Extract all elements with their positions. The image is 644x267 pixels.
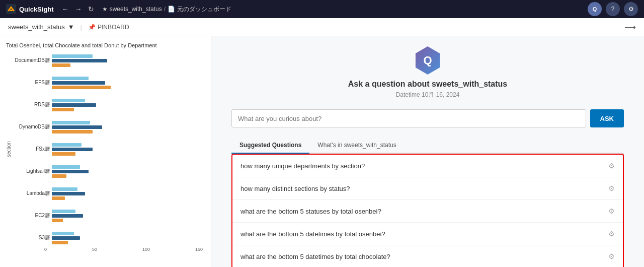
bar-label: EC2層: [14, 212, 50, 219]
bar-osenbei: [52, 77, 89, 80]
question-item[interactable]: how many distinct sections by status? ⚙: [232, 177, 623, 200]
bar-group: [52, 77, 205, 89]
bar-donut: [52, 86, 111, 89]
bar-osenbei: [52, 54, 93, 58]
breadcrumb: ★ sweets_with_status / 📄 元のダッシュボード: [102, 5, 231, 14]
bar-group: [52, 54, 205, 67]
chart-row: DocumentDB層: [14, 53, 205, 68]
svg-rect-1: [10, 10, 13, 11]
bar-osenbei: [52, 232, 74, 235]
chart-title: Total Osenbei, total Chocolate and total…: [6, 42, 205, 48]
bar-donut: [52, 63, 70, 67]
question-text: what are the bottom 5 statuses by total …: [240, 208, 381, 215]
bar-label: Lambda層: [14, 190, 50, 197]
dataset-title[interactable]: sweets_with_status ▼: [8, 23, 74, 31]
ask-button[interactable]: ASK: [590, 109, 624, 127]
breadcrumb-star: ★: [102, 6, 108, 13]
chart-row: RDS層: [14, 98, 205, 112]
question-action-icon: ⚙: [608, 184, 615, 192]
question-action-icon: ⚙: [608, 252, 615, 260]
question-item[interactable]: what are the bottom 5 datetimes by total…: [232, 245, 623, 267]
chart-row: Lambda層: [14, 186, 205, 201]
qa-icon: Q: [414, 46, 442, 75]
question-action-icon: ⚙: [608, 162, 615, 170]
x-axis-label: 0: [44, 247, 47, 252]
subbar-divider: |: [80, 23, 82, 31]
breadcrumb-icon: 📄: [168, 6, 175, 13]
app-name: QuickSight: [19, 6, 54, 13]
main-layout: Total Osenbei, total Chocolate and total…: [0, 36, 644, 267]
bar-label: DynamoDB層: [14, 123, 50, 130]
bar-choco: [52, 81, 105, 85]
bar-group: [52, 232, 205, 244]
search-input[interactable]: [231, 109, 586, 127]
bar-label: S3層: [14, 234, 50, 241]
expand-button[interactable]: ⟶: [624, 22, 636, 32]
nav-back[interactable]: ←: [60, 4, 71, 14]
pinboard-label: PINBOARD: [98, 24, 129, 31]
chart-row: DynamoDB層: [14, 120, 205, 134]
breadcrumb-separator1: /: [164, 6, 166, 13]
bar-label: DocumentDB層: [14, 57, 50, 64]
bar-choco: [52, 236, 80, 240]
dropdown-icon: ▼: [68, 23, 74, 31]
app-logo: QuickSight: [6, 4, 54, 14]
chart-row: Lightsail層: [14, 164, 205, 178]
topbar-icons: Q ? ⚙: [588, 2, 638, 16]
chart-row: EC2層: [14, 209, 205, 223]
bar-donut: [52, 108, 74, 111]
help-icon[interactable]: ?: [606, 2, 620, 16]
question-item[interactable]: what are the bottom 5 statuses by total …: [232, 200, 623, 223]
question-item[interactable]: what are the bottom 5 datetimes by total…: [232, 223, 623, 245]
bar-donut: [52, 152, 75, 156]
bar-group: [52, 121, 205, 134]
dataset-name: sweets_with_status: [8, 23, 65, 31]
qa-title: Ask a question about sweets_with_status: [348, 80, 508, 89]
chart-row: EFS層: [14, 76, 205, 90]
bar-donut: [52, 130, 93, 134]
chart-body: DocumentDB層 EFS層 RDS層 DynamoDB層 FSx層: [14, 53, 205, 245]
nav-forward[interactable]: →: [73, 4, 84, 14]
question-text: how many distinct sections by status?: [240, 185, 350, 192]
bar-donut: [52, 174, 66, 178]
question-item[interactable]: how many unique departments by section? …: [232, 155, 623, 177]
bar-label: RDS層: [14, 101, 50, 108]
user-icon[interactable]: Q: [588, 2, 602, 16]
qa-subtitle: Datetime 10月 16, 2024: [396, 91, 460, 99]
qa-header: Q Ask a question about sweets_with_statu…: [231, 46, 624, 99]
bar-group: [52, 187, 205, 200]
bar-label: EFS層: [14, 79, 50, 86]
search-row: ASK: [231, 109, 624, 127]
qa-icon-letter: Q: [423, 54, 432, 67]
question-action-icon: ⚙: [608, 207, 615, 215]
bar-choco: [52, 170, 89, 173]
bar-osenbei: [52, 99, 85, 102]
bar-label: FSx層: [14, 146, 50, 153]
bar-osenbei: [52, 121, 90, 124]
bar-label: Lightsail層: [14, 168, 50, 175]
x-axis: 050100150: [44, 247, 205, 252]
x-axis-label: 150: [195, 247, 203, 252]
bar-osenbei: [52, 187, 77, 191]
breadcrumb-part1[interactable]: sweets_with_status: [110, 6, 162, 13]
bar-osenbei: [52, 143, 82, 147]
bar-group: [52, 210, 205, 222]
tab-whats[interactable]: What's in sweets_with_status: [309, 138, 404, 154]
tab-suggested[interactable]: Suggested Questions: [231, 138, 309, 154]
pinboard-link[interactable]: 📌 PINBOARD: [88, 24, 129, 31]
nav-refresh[interactable]: ↻: [86, 4, 96, 14]
bar-group: [52, 99, 205, 111]
chart-panel: Total Osenbei, total Chocolate and total…: [0, 36, 211, 267]
bar-choco: [52, 148, 93, 151]
qa-panel: Q Ask a question about sweets_with_statu…: [211, 36, 644, 267]
chart-area: section DocumentDB層 EFS層 RDS層 DynamoDB層: [6, 53, 205, 245]
question-action-icon: ⚙: [608, 230, 615, 238]
bar-choco: [52, 125, 102, 129]
breadcrumb-part2[interactable]: 元のダッシュボード: [177, 5, 231, 14]
settings-icon[interactable]: ⚙: [624, 2, 638, 16]
bar-group: [52, 143, 205, 156]
question-text: what are the bottom 5 datetimes by total…: [240, 253, 390, 260]
question-text: what are the bottom 5 datetimes by total…: [240, 230, 385, 238]
question-text: how many unique departments by section?: [240, 162, 365, 170]
bar-choco: [52, 192, 85, 195]
